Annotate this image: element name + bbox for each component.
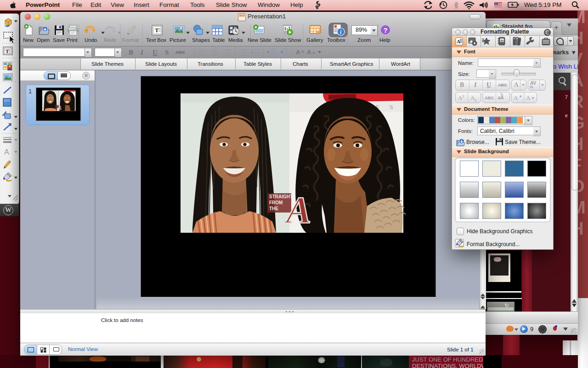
svg-text:A: A <box>457 39 460 44</box>
svg-text:▲: ▲ <box>301 49 305 53</box>
svg-text:2: 2 <box>251 52 253 54</box>
svg-text:U: U <box>153 49 158 56</box>
svg-text:A: A <box>284 189 311 231</box>
svg-text:B: B <box>129 49 133 56</box>
svg-text:S: S <box>390 104 393 110</box>
svg-text:A: A <box>296 49 300 56</box>
svg-text:I: I <box>140 49 144 56</box>
svg-text:?: ? <box>384 26 388 34</box>
svg-text:S: S <box>165 49 169 56</box>
svg-text:THE: THE <box>269 206 278 211</box>
svg-text:A: A <box>4 148 9 156</box>
svg-text:FROM: FROM <box>269 200 283 205</box>
svg-text:▼: ▼ <box>312 51 316 55</box>
svg-text:T: T <box>6 48 9 54</box>
svg-text:A: A <box>307 49 311 56</box>
svg-text:A: A <box>57 105 62 111</box>
svg-text:T: T <box>155 27 159 34</box>
svg-text:ABC: ABC <box>175 50 185 55</box>
